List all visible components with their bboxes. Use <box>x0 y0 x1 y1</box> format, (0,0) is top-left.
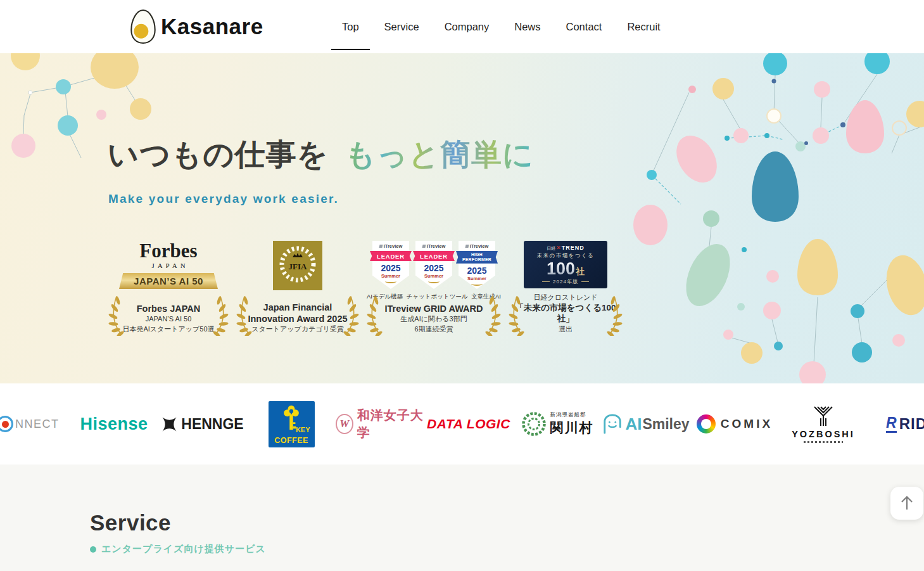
laurel-icon <box>343 295 360 336</box>
partner-logo-comix: COMIX <box>690 414 779 433</box>
award-itreview: ITreview LEADER 2025 Summer ITreview LEA… <box>366 241 502 335</box>
site-header: Kasanare Top Service Company News Contac… <box>0 0 924 53</box>
itreview-badge-leader-2: ITreview LEADER 2025 Summer <box>415 241 452 289</box>
wayo-label: 和洋女子大学 <box>357 407 424 441</box>
mini-laurel-icon <box>428 279 440 283</box>
laurel-icon <box>366 295 383 336</box>
itreview-badge-high-performer: ITreview HIGH PERFORMER 2025 Summer <box>459 241 495 289</box>
keycoffee-square: KEY COFFEE <box>269 401 315 447</box>
service-subtitle: エンタープライズ向け提供サービス <box>101 543 266 555</box>
badge-year: 2025 <box>381 263 400 273</box>
brand-part: TREND <box>562 245 585 251</box>
svg-text:JFIA: JFIA <box>289 262 308 271</box>
awards-row: Forbes JAPAN JAPAN’S AI 50 Forbes JAPAN … <box>108 241 623 335</box>
comix-rainbow-ring-icon <box>697 414 716 433</box>
wayo-mark-icon: W <box>336 414 353 434</box>
jfia-badge: JFIA <box>273 241 322 290</box>
laurel-icon <box>213 295 229 336</box>
itreview-badges: ITreview LEADER 2025 Summer ITreview LEA… <box>372 241 495 289</box>
yozboshi-subtext-decoration <box>804 441 843 443</box>
laurel-icon <box>485 295 502 336</box>
jfia-caption: Japan Financial Innovation Award 2025 スタ… <box>241 302 355 335</box>
connect-dot-icon <box>2 421 9 428</box>
award-title: 「未来の市場をつくる100社」 <box>508 303 623 324</box>
award-jfia: JFIA Japan Financial Innovation Award 20… <box>236 241 360 335</box>
badge-year: 2025 <box>424 263 443 273</box>
nikkei-tagline: 未来の市場をつくる <box>537 252 595 260</box>
partner-logo-keycoffee: KEY COFFEE <box>247 401 336 447</box>
hero-title: いつもの仕事をもっと簡単に <box>108 134 534 175</box>
yozboshi-y-icon <box>811 406 836 427</box>
sekikawa-emblem-icon <box>521 411 547 437</box>
partner-logo-sekikawa: 新潟県岩船郡 関川村 <box>513 411 602 437</box>
arrow-up-icon <box>900 496 914 511</box>
ribbon-label: LEADER <box>370 251 412 261</box>
laurel-icon <box>508 295 524 336</box>
award-title: Forbes JAPAN <box>122 303 214 314</box>
partner-logo-hisense: Hisense <box>70 414 158 434</box>
award-line: スタートアップカテゴリ受賞 <box>241 324 355 335</box>
partner-logo-wayo: W 和洋女子大学 <box>336 407 424 441</box>
forbes-caption: Forbes JAPAN JAPAN’S AI 50 日本発AIスタートアップ5… <box>122 303 214 335</box>
partner-logo-datalogic: DATA LOGIC <box>424 416 513 432</box>
service-title: Service <box>90 510 924 536</box>
comix-label: COMIX <box>721 417 773 431</box>
itreview-categories: AIモデル構築 チャットボットツール 文章生成AI <box>367 293 501 301</box>
itreview-logo: ITreview <box>422 243 446 249</box>
award-title: Japan Financial Innovation Award 2025 <box>241 302 355 324</box>
award-line: JAPAN’S AI 50 <box>122 314 214 324</box>
badge-season: Summer <box>467 276 486 281</box>
award-nikkei: 日経 ✕ TREND 未来の市場をつくる 100 社 2024年版 日経クロスト… <box>508 241 623 335</box>
nikkei-caption: 日経クロストレンド 「未来の市場をつくる100社」 選出 <box>508 293 623 335</box>
partner-logo-ride: R RIDE <box>868 415 924 433</box>
nikkei-brand: 日経 ✕ TREND <box>547 245 585 252</box>
bullet-dot-icon <box>90 546 96 553</box>
laurel-icon <box>607 295 623 336</box>
partner-logo-yozboshi: YOZBOSHI <box>779 406 868 443</box>
ride-label: RIDE <box>899 415 924 433</box>
forbes-ribbon: JAPAN’S AI 50 <box>119 273 218 289</box>
sekikawa-region: 新潟県岩船郡 <box>550 411 594 419</box>
brand-logo[interactable]: Kasanare <box>130 0 263 53</box>
ribbon-label: HIGH PERFORMER <box>456 251 498 264</box>
mini-laurel-icon <box>471 282 483 286</box>
scroll-to-top-button[interactable] <box>890 487 923 520</box>
mini-laurel-icon <box>385 279 396 283</box>
nikkei-edition: 2024年版 <box>542 278 589 285</box>
brand-part: 日経 <box>547 245 555 252</box>
ride-mark-icon: R <box>886 416 897 433</box>
nav-item-company[interactable]: Company <box>445 0 490 53</box>
laurel-icon <box>108 295 124 336</box>
nav-item-recruit[interactable]: Recruit <box>627 0 660 53</box>
itreview-logo: ITreview <box>465 243 489 249</box>
jfia-wreath-icon: JFIA <box>273 241 322 290</box>
connect-ring-icon <box>0 416 13 432</box>
nav-item-service[interactable]: Service <box>384 0 419 53</box>
laurel-icon <box>236 295 252 336</box>
main-nav: Top Service Company News Contact Recruit <box>342 0 661 53</box>
nav-item-contact[interactable]: Contact <box>566 0 602 53</box>
smiley-icon <box>602 413 624 435</box>
egg-logo-icon <box>130 10 156 44</box>
service-subtitle-row: エンタープライズ向け提供サービス <box>90 543 924 555</box>
keycoffee-coffee-label: COFFEE <box>269 436 315 445</box>
itreview-caption: ITreview GRID AWARD 生成AIに関わる3部門 6期連続受賞 <box>385 303 483 335</box>
nav-item-top[interactable]: Top <box>342 0 359 53</box>
hero-title-accent: もっと簡単に <box>345 138 535 171</box>
aismiley-label: Smiley <box>642 416 689 433</box>
hero-title-plain: いつもの仕事を <box>108 138 329 171</box>
nikkei-badge: 日経 ✕ TREND 未来の市場をつくる 100 社 2024年版 <box>524 241 607 288</box>
connect-label: NNECT <box>15 418 60 431</box>
aismiley-ai: AI <box>625 414 642 434</box>
yozboshi-label: YOZBOSHI <box>792 429 855 439</box>
partner-logo-carousel: l NNECT Hisense HENNGE <box>0 383 924 465</box>
cross-icon: ✕ <box>556 245 561 251</box>
award-line: 選出 <box>508 324 623 335</box>
forbes-wordmark: Forbes <box>139 241 197 260</box>
itreview-logo: ITreview <box>379 243 403 249</box>
hennge-star-icon <box>161 416 177 432</box>
forbes-region: JAPAN <box>148 262 188 269</box>
nav-item-news[interactable]: News <box>514 0 540 53</box>
hero-subtitle: Make your everyday work easier. <box>108 192 339 206</box>
partner-logo-connect: l NNECT <box>0 416 70 432</box>
